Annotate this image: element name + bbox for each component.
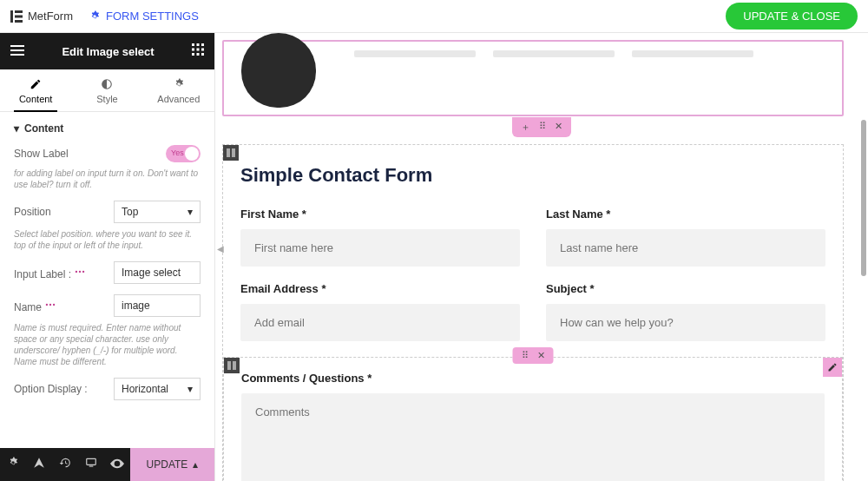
comments-section[interactable]: ⠿ ✕ Comments / Questions *	[223, 357, 843, 481]
first-name-field[interactable]: First Name *	[240, 208, 520, 267]
tab-style[interactable]: Style	[71, 69, 142, 111]
preview-icon[interactable]	[104, 457, 130, 472]
email-field[interactable]: Email Address *	[240, 282, 520, 341]
caret-down-icon: ▾	[187, 383, 193, 395]
svg-rect-7	[192, 43, 194, 46]
responsive-icon[interactable]	[78, 457, 104, 472]
editor-sidebar: Edit Image select Content Style Advanced…	[0, 33, 215, 481]
subject-field[interactable]: Subject *	[546, 282, 825, 341]
svg-rect-4	[10, 45, 24, 47]
edit-section-icon[interactable]: ⠿	[522, 350, 529, 361]
inner-section-controls: ⠿ ✕	[513, 347, 554, 364]
column-handle-icon[interactable]	[223, 145, 239, 161]
svg-rect-0	[10, 10, 13, 23]
subject-label: Subject *	[546, 282, 825, 295]
svg-rect-8	[197, 43, 200, 46]
panel-section-title[interactable]: ▾ Content	[14, 122, 201, 135]
settings-icon[interactable]	[0, 457, 26, 472]
gear-icon	[89, 10, 101, 23]
last-name-input[interactable]	[546, 229, 825, 267]
svg-rect-13	[192, 53, 194, 56]
image-select-widget[interactable]	[222, 40, 844, 116]
navigator-icon[interactable]	[26, 457, 52, 472]
show-label-toggle[interactable]: Yes	[166, 145, 201, 162]
dynamic-icon[interactable]	[74, 266, 86, 278]
sidebar-footer: UPDATE ▴	[0, 448, 214, 481]
sidebar-title: Edit Image select	[62, 45, 154, 58]
svg-rect-6	[10, 54, 24, 56]
svg-rect-2	[15, 15, 23, 17]
sidebar-header: Edit Image select	[0, 33, 214, 69]
option-display-value: Horizontal	[122, 383, 168, 395]
elementor-icon	[10, 10, 23, 23]
widgets-grid-icon[interactable]	[192, 43, 204, 59]
tab-advanced-label: Advanced	[157, 94, 200, 104]
subject-input[interactable]	[546, 304, 825, 341]
edit-section-icon[interactable]: ⠿	[539, 121, 546, 134]
toggle-knob	[185, 147, 199, 161]
dynamic-icon[interactable]	[44, 299, 56, 311]
svg-point-17	[79, 270, 81, 272]
svg-rect-10	[192, 49, 194, 51]
caret-down-icon: ▾	[187, 206, 193, 218]
collapse-sidebar-icon[interactable]: ◀	[215, 234, 226, 262]
toggle-value: Yes	[171, 148, 184, 157]
contact-form-section[interactable]: Simple Contact Form First Name * Last Na…	[222, 144, 844, 481]
content-panel: ▾ Content Show Label Yes for adding labe…	[0, 112, 214, 448]
update-button[interactable]: UPDATE ▴	[130, 448, 214, 481]
history-icon[interactable]	[52, 457, 78, 472]
svg-rect-22	[87, 458, 96, 465]
first-name-label: First Name *	[240, 208, 520, 221]
last-name-field[interactable]: Last Name *	[546, 208, 825, 267]
tab-advanced[interactable]: Advanced	[143, 69, 214, 111]
section-controls: ＋ ⠿ ✕	[512, 117, 571, 137]
hamburger-icon[interactable]	[10, 43, 24, 59]
comments-label: Comments / Questions *	[241, 372, 825, 385]
svg-point-20	[49, 303, 51, 305]
position-label: Position	[14, 206, 51, 218]
column-handle-icon[interactable]	[224, 358, 240, 373]
update-close-button[interactable]: UPDATE & CLOSE	[726, 3, 858, 30]
svg-rect-9	[201, 43, 204, 46]
delete-section-icon[interactable]: ✕	[537, 350, 545, 361]
form-title: Simple Contact Form	[240, 164, 825, 187]
svg-rect-25	[232, 148, 235, 157]
form-settings-link[interactable]: FORM SETTINGS	[89, 10, 199, 23]
email-label: Email Address *	[240, 282, 520, 295]
scrollbar[interactable]	[861, 120, 866, 380]
panel-section-label: Content	[24, 122, 63, 135]
app-logo[interactable]: MetForm	[10, 10, 73, 23]
svg-rect-15	[201, 53, 204, 56]
input-label-field[interactable]	[114, 261, 201, 284]
sidebar-tabs: Content Style Advanced	[0, 69, 214, 112]
svg-rect-11	[197, 49, 200, 51]
update-label: UPDATE	[147, 458, 188, 471]
pencil-icon	[30, 78, 42, 90]
name-label: Name	[14, 299, 56, 313]
svg-rect-14	[197, 53, 200, 56]
name-field[interactable]	[114, 294, 201, 317]
tab-content-label: Content	[19, 94, 53, 104]
name-help: Name is must required. Enter name withou…	[14, 322, 201, 367]
delete-section-icon[interactable]: ✕	[555, 121, 562, 134]
position-select[interactable]: Top ▾	[114, 201, 201, 223]
svg-rect-27	[233, 361, 236, 370]
svg-rect-26	[227, 361, 231, 370]
svg-rect-5	[10, 49, 24, 51]
svg-point-18	[82, 270, 84, 272]
tab-content[interactable]: Content	[0, 69, 71, 111]
tab-style-label: Style	[96, 94, 117, 104]
edit-widget-icon[interactable]	[823, 358, 842, 377]
comments-input[interactable]	[241, 393, 825, 481]
first-name-input[interactable]	[240, 229, 520, 267]
preview-placeholders	[354, 50, 753, 57]
option-display-select[interactable]: Horizontal ▾	[114, 378, 201, 400]
option-display-label: Option Display :	[14, 383, 88, 395]
svg-rect-12	[201, 49, 204, 51]
add-section-icon[interactable]: ＋	[521, 121, 530, 134]
gear-icon	[173, 78, 185, 90]
show-label-help: for adding label on input turn it on. Do…	[14, 168, 201, 190]
svg-rect-1	[15, 10, 23, 13]
email-input[interactable]	[240, 304, 520, 341]
caret-down-icon: ▾	[14, 122, 19, 135]
